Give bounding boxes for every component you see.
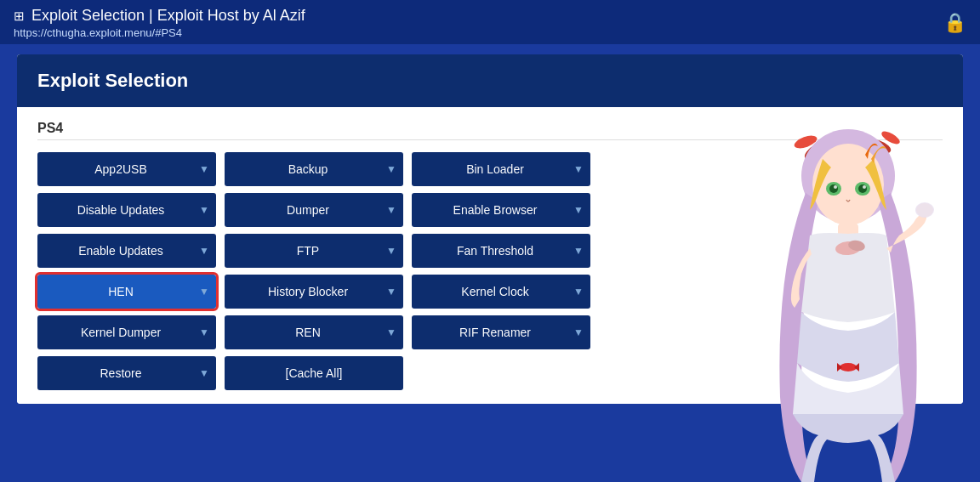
- btn-ftp-label: FTP: [225, 244, 379, 258]
- btn-fan-threshold[interactable]: Fan Threshold ▼: [412, 234, 590, 268]
- btn-bin-loader-label: Bin Loader: [412, 162, 567, 176]
- btn-ren-arrow: ▼: [379, 326, 403, 338]
- btn-backup-label: Backup: [225, 162, 379, 176]
- svg-point-8: [829, 184, 838, 193]
- btn-ftp[interactable]: FTP ▼: [225, 234, 403, 268]
- page-url: https://cthugha.exploit.menu/#PS4: [14, 26, 305, 39]
- btn-rif-renamer[interactable]: RIF Renamer ▼: [412, 315, 590, 349]
- btn-fan-threshold-arrow: ▼: [567, 245, 590, 257]
- btn-kernel-dumper-arrow: ▼: [192, 326, 216, 338]
- btn-history-blocker-label: History Blocker: [225, 285, 379, 298]
- btn-enable-updates-arrow: ▼: [192, 245, 216, 257]
- top-bar-left: ⊞ Exploit Selection | Exploit Host by Al…: [14, 7, 305, 39]
- btn-hen-arrow: ▼: [192, 286, 216, 298]
- btn-dumper-label: Dumper: [225, 203, 379, 217]
- card-header-title: Exploit Selection: [37, 70, 943, 92]
- btn-restore[interactable]: Restore ▼: [37, 356, 216, 390]
- wifi-icon: ⊞: [14, 9, 25, 24]
- btn-kernel-clock-arrow: ▼: [567, 286, 590, 298]
- svg-point-9: [858, 184, 867, 193]
- btn-disable-updates[interactable]: Disable Updates ▼: [37, 193, 216, 227]
- btn-restore-label: Restore: [37, 366, 192, 380]
- btn-app2usb-arrow: ▼: [192, 163, 216, 175]
- svg-point-11: [863, 185, 866, 189]
- svg-point-14: [915, 202, 934, 218]
- lock-icon: 🔒: [943, 12, 966, 34]
- btn-hen[interactable]: HEN ▼: [37, 275, 216, 309]
- btn-app2usb-label: App2USB: [37, 162, 192, 176]
- svg-point-10: [834, 185, 837, 189]
- btn-backup-arrow: ▼: [379, 163, 403, 175]
- btn-history-blocker[interactable]: History Blocker ▼: [225, 275, 403, 309]
- page-title: Exploit Selection | Exploit Host by Al A…: [31, 7, 305, 25]
- btn-ftp-arrow: ▼: [379, 245, 403, 257]
- btn-disable-updates-arrow: ▼: [192, 204, 216, 216]
- btn-enable-browser-label: Enable Browser: [412, 203, 567, 217]
- btn-bin-loader[interactable]: Bin Loader ▼: [412, 152, 590, 186]
- btn-enable-updates[interactable]: Enable Updates ▼: [37, 234, 216, 268]
- btn-dumper-arrow: ▼: [379, 204, 403, 216]
- btn-bin-loader-arrow: ▼: [567, 163, 590, 175]
- btn-kernel-dumper-label: Kernel Dumper: [37, 326, 192, 339]
- anime-character: [733, 99, 963, 482]
- btn-cache-all-label: [Cache All]: [286, 366, 343, 380]
- btn-disable-updates-label: Disable Updates: [37, 203, 192, 217]
- btn-history-blocker-arrow: ▼: [379, 286, 403, 298]
- btn-enable-browser[interactable]: Enable Browser ▼: [412, 193, 590, 227]
- btn-rif-renamer-label: RIF Renamer: [412, 326, 567, 339]
- top-bar: ⊞ Exploit Selection | Exploit Host by Al…: [0, 0, 980, 44]
- btn-enable-updates-label: Enable Updates: [37, 244, 192, 258]
- btn-cache-all[interactable]: [Cache All]: [225, 356, 403, 390]
- btn-hen-label: HEN: [37, 285, 192, 298]
- btn-kernel-dumper[interactable]: Kernel Dumper ▼: [37, 315, 216, 349]
- btn-ren[interactable]: REN ▼: [225, 315, 403, 349]
- top-bar-title: ⊞ Exploit Selection | Exploit Host by Al…: [14, 7, 305, 25]
- btn-backup[interactable]: Backup ▼: [225, 152, 403, 186]
- btn-enable-browser-arrow: ▼: [567, 204, 590, 216]
- btn-rif-renamer-arrow: ▼: [567, 326, 590, 338]
- btn-fan-threshold-label: Fan Threshold: [412, 244, 567, 258]
- btn-kernel-clock[interactable]: Kernel Clock ▼: [412, 275, 590, 309]
- btn-app2usb[interactable]: App2USB ▼: [37, 152, 216, 186]
- btn-ren-label: REN: [225, 326, 379, 339]
- btn-dumper[interactable]: Dumper ▼: [225, 193, 403, 227]
- btn-kernel-clock-label: Kernel Clock: [412, 285, 567, 298]
- btn-restore-arrow: ▼: [192, 367, 216, 379]
